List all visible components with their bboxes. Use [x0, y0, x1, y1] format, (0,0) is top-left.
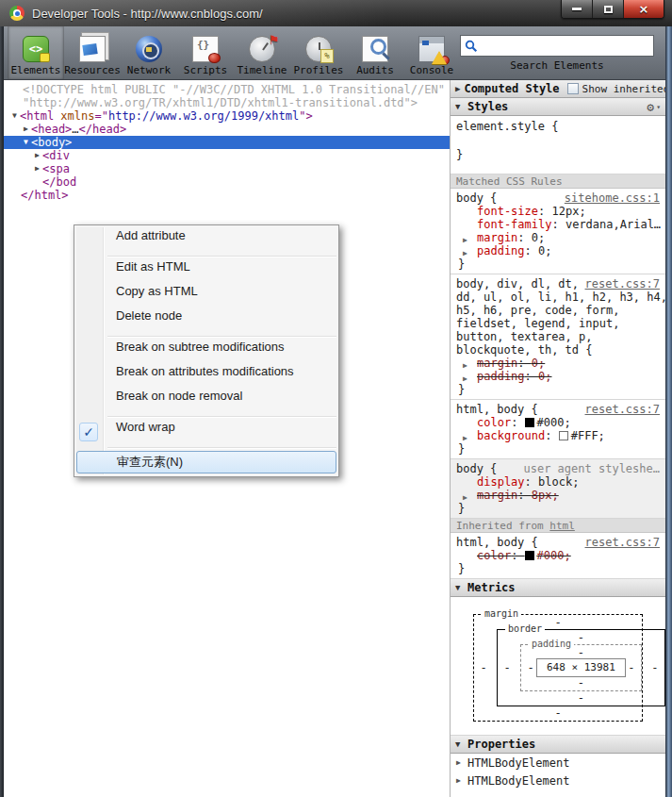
- computed-style-pane-header[interactable]: ▶ Computed Style Show inherited: [451, 80, 665, 98]
- content-dimensions[interactable]: 648 × 13981: [536, 658, 626, 677]
- collapsed-arrow-icon[interactable]: ▶: [463, 373, 467, 386]
- toolbar-button-console[interactable]: Console: [403, 26, 460, 79]
- collapsed-arrow-icon[interactable]: ▶: [21, 123, 31, 136]
- stylesheet-link[interactable]: reset.css:7: [585, 277, 660, 291]
- css-declaration[interactable]: color: #000;: [456, 416, 660, 429]
- toolbar-button-audits[interactable]: Audits: [347, 26, 403, 79]
- toolbar-button-resources[interactable]: Resources: [64, 26, 121, 79]
- css-declaration[interactable]: color: #000;: [456, 549, 660, 562]
- border-box[interactable]: border - - padding -: [497, 629, 665, 706]
- stylesheet-link[interactable]: sitehome.css:1: [565, 191, 660, 205]
- css-selector: blockquote, th, td {: [456, 343, 660, 357]
- menu-item[interactable]: Edit as HTML: [74, 259, 338, 284]
- stylesheet-link[interactable]: reset.css:7: [585, 536, 660, 549]
- css-selector: html, body {: [456, 536, 538, 549]
- tree-node[interactable]: </html>: [4, 189, 450, 202]
- tree-node[interactable]: </bod: [4, 175, 450, 189]
- padding-box[interactable]: padding - - 648 × 13981: [520, 644, 642, 691]
- toolbar-button-scripts[interactable]: Scripts: [177, 26, 234, 79]
- minimize-icon: [572, 8, 582, 10]
- css-selector: html, body {: [456, 403, 538, 416]
- inherited-from-link[interactable]: html: [549, 520, 575, 532]
- menu-item[interactable]: 审查元素(N): [76, 451, 336, 473]
- expanded-arrow-icon[interactable]: ▼: [21, 136, 31, 149]
- border-right-value[interactable]: -: [649, 662, 661, 673]
- timeline-icon: [249, 36, 275, 62]
- gear-icon[interactable]: ⚙: [647, 100, 654, 114]
- search-input[interactable]: [478, 38, 649, 55]
- metrics-pane-header[interactable]: ▼ Metrics: [451, 579, 665, 597]
- css-declaration[interactable]: ▶margin: 8px;: [456, 489, 660, 502]
- expanded-arrow-icon[interactable]: ▼: [9, 109, 20, 123]
- css-rule-header: body {user agent styleshe…: [456, 462, 660, 475]
- network-icon: [136, 36, 162, 62]
- collapsed-arrow-icon[interactable]: ▶: [463, 491, 467, 505]
- minimize-button[interactable]: [562, 0, 593, 18]
- css-declaration[interactable]: ▶padding: 0;: [456, 244, 660, 257]
- css-declaration[interactable]: ▶background: #FFF;: [456, 429, 660, 442]
- margin-box[interactable]: margin - - border - -: [473, 614, 643, 722]
- tree-node[interactable]: ▶<head>…</head>: [4, 123, 450, 136]
- toolbar-button-elements[interactable]: Elements: [8, 26, 64, 79]
- menu-item[interactable]: Break on subtree modifications: [74, 340, 338, 364]
- padding-left-value[interactable]: -: [525, 662, 536, 673]
- css-selector: body, div, dl, dt,: [456, 277, 579, 291]
- properties-pane-header[interactable]: ▼ Properties: [451, 736, 665, 754]
- border-left-value[interactable]: -: [501, 662, 513, 673]
- menu-item[interactable]: Add attribute: [74, 228, 338, 253]
- menu-item[interactable]: Break on attributes modifications: [74, 364, 338, 389]
- toolbar-button-network[interactable]: Network: [121, 26, 177, 79]
- css-declaration[interactable]: font-family: verdana,Arial…: [456, 218, 660, 231]
- css-declaration[interactable]: font-size: 12px;: [456, 205, 660, 218]
- tree-node[interactable]: <!DOCTYPE html PUBLIC "-//W3C//DTD XHTML…: [4, 83, 450, 96]
- tree-node[interactable]: ▼<html xmlns="http://www.w3.org/1999/xht…: [4, 109, 450, 123]
- tree-node[interactable]: "http://www.w3.org/TR/xhtml1/DTD/xhtml1-…: [4, 96, 450, 109]
- toolbar-button-label: Timeline: [238, 64, 287, 76]
- context-menu: Add attributeEdit as HTMLCopy as HTMLDel…: [74, 224, 339, 477]
- collapsed-arrow-icon[interactable]: ▶: [456, 776, 467, 785]
- border-label: border: [505, 623, 545, 634]
- inherited-from-bar: Inherited from html: [451, 519, 665, 533]
- menu-item[interactable]: ✓Word wrap: [74, 420, 338, 444]
- stylesheet-link[interactable]: reset.css:7: [585, 403, 660, 416]
- collapsed-arrow-icon[interactable]: ▶: [456, 758, 467, 767]
- show-inherited-checkbox[interactable]: [567, 83, 579, 94]
- search-box[interactable]: [460, 35, 654, 57]
- property-row[interactable]: ▶HTMLBodyElement: [451, 772, 665, 789]
- tree-node[interactable]: ▶<spa: [4, 162, 450, 175]
- padding-bottom-value[interactable]: -: [525, 677, 637, 689]
- toolbar-button-label: Network: [127, 64, 171, 76]
- tree-node[interactable]: ▶<div: [4, 149, 450, 162]
- margin-left-value[interactable]: -: [478, 662, 489, 673]
- search-area: Search Elements: [460, 26, 665, 79]
- menu-item[interactable]: Break on node removal: [74, 389, 338, 413]
- menu-item[interactable]: Copy as HTML: [74, 284, 338, 308]
- border-bottom-value[interactable]: -: [501, 692, 661, 704]
- user-agent-label: user agent styleshe…: [524, 462, 661, 475]
- tree-node[interactable]: ▼<body>: [4, 136, 450, 149]
- css-declaration[interactable]: ▶padding: 0;: [456, 370, 660, 383]
- menu-item[interactable]: Delete node: [74, 308, 338, 333]
- element-style-open: element.style {: [456, 120, 660, 134]
- css-declaration[interactable]: display: block;: [456, 475, 660, 489]
- devtools-window: Developer Tools - http://www.cnblogs.com…: [0, 0, 672, 797]
- collapsed-arrow-icon[interactable]: ▶: [32, 149, 42, 162]
- element-style-rule[interactable]: element.style { }: [451, 116, 665, 174]
- styles-pane-header[interactable]: ▼ Styles ⚙ ▾: [451, 98, 665, 116]
- collapsed-arrow-icon[interactable]: ▶: [463, 247, 467, 260]
- computed-style-title: Computed Style: [464, 82, 559, 95]
- search-label: Search Elements: [460, 59, 654, 72]
- collapsed-arrow-icon[interactable]: ▶: [463, 432, 467, 445]
- toolbar-button-timeline[interactable]: Timeline: [234, 26, 290, 79]
- toolbar-button-profiles[interactable]: Profiles: [290, 26, 347, 79]
- property-row[interactable]: ▶HTMLBodyElement: [451, 754, 665, 772]
- collapsed-arrow-icon[interactable]: ▶: [32, 162, 42, 175]
- search-icon: [465, 40, 478, 53]
- close-button[interactable]: ×: [624, 0, 664, 18]
- css-rule: body, div, dl, dt,reset.css:7dd, ul, ol,…: [451, 274, 665, 400]
- margin-bottom-value[interactable]: -: [478, 707, 638, 719]
- css-declaration[interactable]: ▶margin: 0;: [456, 357, 660, 370]
- padding-right-value[interactable]: -: [626, 662, 637, 673]
- maximize-button[interactable]: [593, 0, 624, 18]
- css-declaration[interactable]: ▶margin: 0;: [456, 231, 660, 244]
